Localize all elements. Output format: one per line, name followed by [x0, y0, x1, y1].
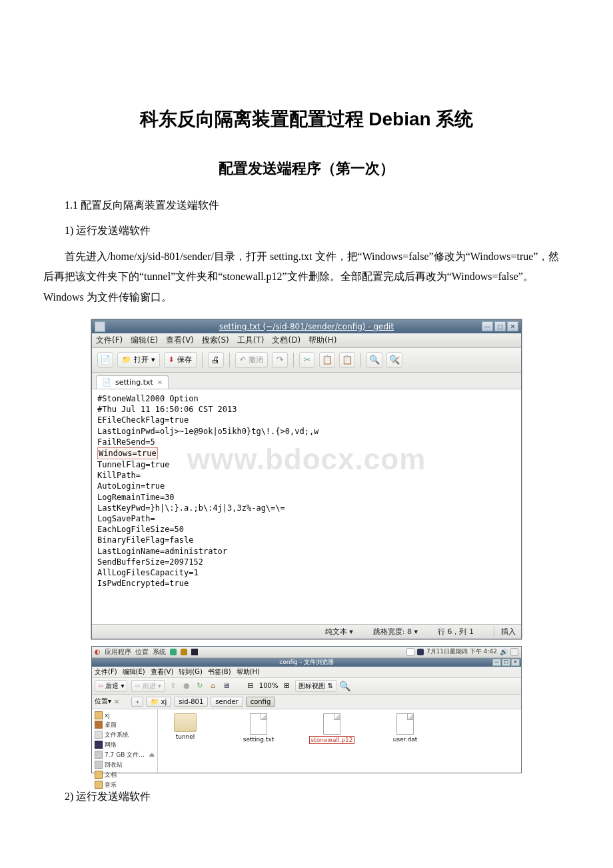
- side-documents[interactable]: 文档: [95, 770, 155, 780]
- menu-view[interactable]: 查看(V): [166, 335, 194, 346]
- tab-setting-txt[interactable]: 📄 setting.txt ✕: [96, 375, 169, 389]
- item-user-dat[interactable]: user.dat: [382, 713, 428, 769]
- keyboard-icon[interactable]: [406, 648, 414, 656]
- find-button[interactable]: 🔍: [366, 352, 382, 368]
- fb-close-button[interactable]: ✕: [511, 659, 520, 666]
- side-trash[interactable]: 回收站: [95, 760, 155, 770]
- home-button[interactable]: ⌂: [209, 681, 218, 691]
- crumb-back[interactable]: ‹: [131, 697, 143, 707]
- save-button[interactable]: ⬇ 保存: [164, 352, 197, 368]
- panel-icon-2[interactable]: [181, 649, 187, 655]
- syntax-selector[interactable]: 纯文本 ▾: [325, 627, 353, 637]
- watermark: www.bdocx.com: [92, 439, 521, 479]
- fb-menu-file[interactable]: 文件(F): [95, 667, 117, 677]
- save-icon: ⬇: [169, 355, 175, 364]
- side-desktop[interactable]: 桌面: [95, 720, 155, 730]
- copy-button[interactable]: 📋: [319, 352, 335, 368]
- chevron-down-icon: ▾: [158, 682, 161, 689]
- view-mode-selector[interactable]: 图标视图 ⇅: [295, 680, 336, 692]
- menu-search[interactable]: 搜索(S): [202, 335, 229, 346]
- gedit-titlebar: setting.txt (~/sid-801/sender/config) - …: [92, 320, 521, 333]
- zoom-out-button[interactable]: ⊟: [246, 681, 255, 691]
- fb-menu-view[interactable]: 查看(V): [151, 667, 174, 677]
- editor-area[interactable]: #StoneWall2000 Option #Thu Jul 11 16:50:…: [92, 389, 521, 624]
- close-location-icon[interactable]: ✕: [114, 698, 119, 705]
- fb-menu-bookmarks[interactable]: 书签(B): [208, 667, 231, 677]
- search-button[interactable]: 🔍: [340, 681, 350, 691]
- forward-button[interactable]: ⇨ 前进 ▾: [131, 680, 164, 692]
- panel-places[interactable]: 位置: [135, 647, 149, 657]
- battery-icon[interactable]: [510, 648, 518, 656]
- fb-minimize-button[interactable]: —: [492, 659, 501, 666]
- print-button[interactable]: 🖨: [208, 352, 224, 368]
- crumb-sender[interactable]: sender: [211, 697, 243, 707]
- item-setting-txt[interactable]: setting.txt: [235, 713, 282, 769]
- section-1-1: 1.1 配置反向隔离装置发送端软件: [43, 195, 570, 215]
- redo-button[interactable]: ↷: [272, 352, 288, 368]
- panel-apps[interactable]: 应用程序: [105, 647, 131, 657]
- gedit-toolbar: 📄 📁 打开 ▾ ⬇ 保存 🖨 ↶ 撤消 ↷ ✂ 📋 📋 🔍: [92, 348, 521, 373]
- close-button[interactable]: ✕: [507, 321, 518, 331]
- cut-button[interactable]: ✂: [299, 352, 315, 368]
- back-button[interactable]: ⇦ 后退 ▾: [95, 680, 127, 692]
- zoom-in-button[interactable]: ⊞: [282, 681, 291, 691]
- side-network[interactable]: 网络: [95, 740, 155, 750]
- panel-icon-1[interactable]: [170, 649, 177, 655]
- foot-icon[interactable]: ◐: [95, 648, 101, 655]
- paste-button[interactable]: 📋: [339, 352, 355, 368]
- fb-location-bar: 位置▾ ✕ ‹ 📁 xj sid-801 sender config: [92, 695, 521, 709]
- folder-icon: [174, 713, 197, 732]
- location-label[interactable]: 位置▾: [95, 697, 111, 706]
- fb-icon-view[interactable]: tunnel setting.txt stonewall.p12 user.da…: [158, 709, 521, 773]
- fb-menu-help[interactable]: 帮助(H): [237, 667, 260, 677]
- fb-body: xj 桌面 文件系统 网络 7.7 GB 文件...⏏ 回收站 文档 音乐 tu…: [92, 709, 521, 773]
- separator: [202, 353, 203, 367]
- open-button[interactable]: 📁 打开 ▾: [117, 352, 160, 368]
- undo-button[interactable]: ↶ 撤消: [235, 352, 268, 368]
- chevron-down-icon: ▾: [121, 682, 124, 689]
- menu-tools[interactable]: 工具(T): [237, 335, 265, 346]
- item-tunnel[interactable]: tunnel: [162, 713, 209, 769]
- refresh-button[interactable]: ↻: [195, 681, 205, 691]
- minimize-button[interactable]: —: [482, 321, 493, 331]
- undo-icon: ↶: [240, 355, 246, 364]
- tab-width-selector[interactable]: 跳格宽度: 8 ▾: [373, 627, 418, 637]
- insert-mode: 插入: [494, 627, 516, 637]
- gedit-window: setting.txt (~/sid-801/sender/config) - …: [91, 319, 522, 639]
- menu-edit[interactable]: 编辑(E): [131, 335, 158, 346]
- monitor-icon[interactable]: [417, 649, 424, 655]
- side-xj[interactable]: xj: [95, 711, 155, 720]
- stop-button[interactable]: ●: [182, 681, 191, 691]
- fb-toolbar: ⇦ 后退 ▾ ⇨ 前进 ▾ ⇧ ● ↻ ⌂ 🖥 ⊟ 100% ⊞ 图标视图 ⇅ …: [92, 678, 521, 695]
- new-file-button[interactable]: 📄: [97, 352, 113, 368]
- file-icon: [250, 713, 267, 735]
- fb-maximize-button[interactable]: □: [502, 659, 510, 666]
- panel-icon-3[interactable]: [191, 649, 198, 655]
- menu-docs[interactable]: 文档(D): [272, 335, 301, 346]
- computer-button[interactable]: 🖥: [222, 681, 231, 691]
- fb-menu-edit[interactable]: 编辑(E): [123, 667, 145, 677]
- up-button[interactable]: ⇧: [169, 681, 178, 691]
- crumb-config[interactable]: config: [246, 697, 276, 707]
- eject-icon[interactable]: ⏏: [149, 751, 155, 758]
- maximize-button[interactable]: □: [494, 321, 506, 331]
- replace-button[interactable]: 🔍̸: [386, 352, 402, 368]
- volume-icon[interactable]: 🔊: [500, 648, 508, 655]
- separator: [360, 353, 361, 367]
- close-tab-icon[interactable]: ✕: [157, 379, 163, 386]
- item-stonewall-p12[interactable]: stonewall.p12: [308, 713, 355, 769]
- crumb-sid801[interactable]: sid-801: [174, 697, 208, 707]
- crumb-xj[interactable]: 📁 xj: [146, 697, 171, 707]
- menu-help[interactable]: 帮助(H): [308, 335, 336, 346]
- side-filesystem[interactable]: 文件系统: [95, 730, 155, 740]
- window-title: setting.txt (~/sid-801/sender/config) - …: [219, 322, 394, 331]
- para-1: 首先进入/home/xj/sid-801/sender/目录，打开 settin…: [43, 247, 570, 307]
- doc-title: 科东反向隔离装置配置过程 Debian 系统: [43, 107, 570, 132]
- chevron-up-down-icon: ⇅: [327, 682, 332, 689]
- panel-clock: 7月11日星期四 下午 4:42: [426, 647, 497, 656]
- fb-menu-go[interactable]: 转到(G): [179, 667, 203, 677]
- separator: [229, 353, 230, 367]
- side-disk[interactable]: 7.7 GB 文件...⏏: [95, 750, 155, 760]
- menu-file[interactable]: 文件(F): [96, 335, 123, 346]
- panel-system[interactable]: 系统: [153, 647, 166, 657]
